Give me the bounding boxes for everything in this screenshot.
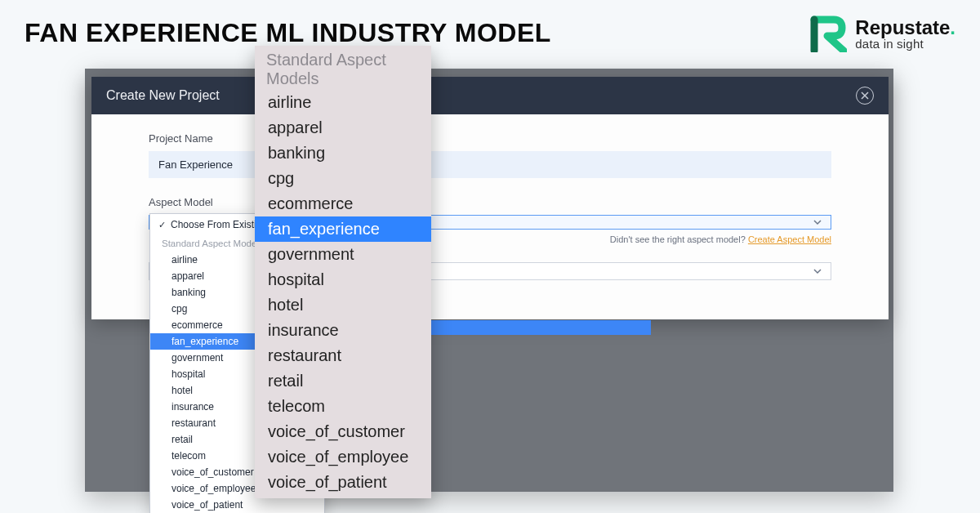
project-name-label: Project Name	[149, 132, 831, 145]
dropdown-option-airline[interactable]: airline	[255, 90, 431, 115]
close-icon	[861, 91, 869, 100]
close-button[interactable]	[856, 87, 874, 105]
dropdown-option-apparel[interactable]: apparel	[255, 115, 431, 141]
dropdown-option-voice_of_patient[interactable]: voice_of_patient	[255, 470, 431, 495]
chevron-down-icon	[813, 266, 822, 276]
create-aspect-model-link[interactable]: Create Aspect Model	[748, 234, 831, 244]
aspect-model-dropdown-large[interactable]: Standard Aspect Modelsairlineapparelbank…	[255, 46, 431, 498]
aspect-model-label: Aspect Model	[149, 196, 831, 208]
page-title: FAN EXPERIENCE ML INDUSTRY MODEL	[24, 18, 551, 48]
dropdown-option-fan_experience[interactable]: fan_experience	[255, 216, 431, 242]
modal-header: Create New Project	[91, 77, 889, 114]
brand-tagline: data in sight	[855, 38, 956, 51]
dropdown-option-hospital[interactable]: hospital	[255, 267, 431, 292]
dropdown-option-ecommerce[interactable]: ecommerce	[255, 191, 431, 216]
dropdown-option-voice_of_customer[interactable]: voice_of_customer	[255, 419, 431, 444]
dropdown-option-restaurant[interactable]: restaurant	[255, 343, 431, 368]
dropdown-option-telecom[interactable]: telecom	[255, 394, 431, 419]
dropdown-option-retail[interactable]: retail	[255, 368, 431, 394]
chevron-down-icon	[813, 217, 822, 227]
brand-logo: Repustate. data in sight	[809, 15, 956, 52]
dropdown-option-banking[interactable]: banking	[255, 141, 431, 166]
dropdown-option-cpg[interactable]: cpg	[255, 166, 431, 191]
dropdown-option-voice_of_employee[interactable]: voice_of_employee	[255, 444, 431, 470]
dropdown-option-government[interactable]: government	[255, 242, 431, 267]
dropdown-option-voice_of_patient[interactable]: voice_of_patient	[150, 497, 324, 513]
dropdown-option-insurance[interactable]: insurance	[255, 318, 431, 343]
brand-name: Repustate.	[855, 17, 956, 38]
repustate-logo-icon	[809, 15, 847, 52]
dropdown-group-label: Standard Aspect Models	[255, 46, 431, 90]
project-name-input[interactable]	[149, 151, 831, 178]
dropdown-option-hotel[interactable]: hotel	[255, 292, 431, 318]
modal-title: Create New Project	[106, 88, 220, 103]
